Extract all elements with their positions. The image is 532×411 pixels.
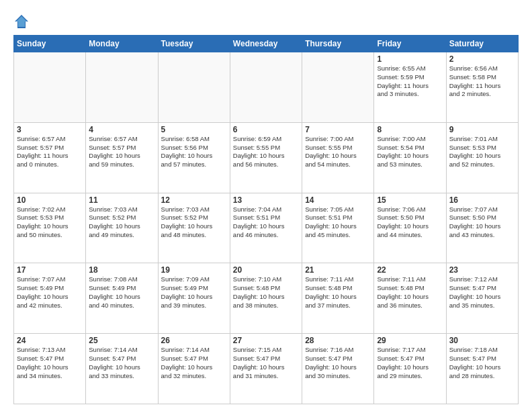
calendar-cell: 7Sunrise: 7:00 AMSunset: 5:55 PMDaylight… <box>302 122 374 193</box>
day-number: 5 <box>161 125 227 134</box>
day-number: 13 <box>233 195 299 205</box>
calendar-cell: 3Sunrise: 6:57 AMSunset: 5:57 PMDaylight… <box>14 122 86 193</box>
page: SundayMondayTuesdayWednesdayThursdayFrid… <box>0 0 532 411</box>
day-header: Friday <box>374 36 446 52</box>
day-header: Monday <box>86 36 158 52</box>
day-number: 3 <box>17 125 83 134</box>
logo <box>13 13 31 30</box>
week-row: 10Sunrise: 7:02 AMSunset: 5:53 PMDayligh… <box>14 193 519 263</box>
cell-info: Sunrise: 7:07 AMSunset: 5:49 PMDaylight:… <box>17 275 83 310</box>
day-number: 7 <box>305 125 371 134</box>
calendar: SundayMondayTuesdayWednesdayThursdayFrid… <box>13 35 519 404</box>
calendar-cell: 4Sunrise: 6:57 AMSunset: 5:57 PMDaylight… <box>86 122 158 193</box>
cell-info: Sunrise: 7:06 AMSunset: 5:50 PMDaylight:… <box>377 205 443 240</box>
week-row: 17Sunrise: 7:07 AMSunset: 5:49 PMDayligh… <box>14 263 519 334</box>
header-row: SundayMondayTuesdayWednesdayThursdayFrid… <box>14 36 519 52</box>
cell-info: Sunrise: 7:05 AMSunset: 5:51 PMDaylight:… <box>305 205 371 240</box>
cell-info: Sunrise: 7:00 AMSunset: 5:54 PMDaylight:… <box>377 135 443 169</box>
calendar-cell: 13Sunrise: 7:04 AMSunset: 5:51 PMDayligh… <box>230 193 302 263</box>
calendar-cell: 27Sunrise: 7:15 AMSunset: 5:47 PMDayligh… <box>230 334 302 404</box>
calendar-cell: 20Sunrise: 7:10 AMSunset: 5:48 PMDayligh… <box>230 263 302 334</box>
day-number: 12 <box>161 195 227 205</box>
day-number: 22 <box>377 265 443 275</box>
calendar-cell: 9Sunrise: 7:01 AMSunset: 5:53 PMDaylight… <box>446 122 518 193</box>
day-number: 29 <box>377 336 443 345</box>
week-row: 1Sunrise: 6:55 AMSunset: 5:59 PMDaylight… <box>14 52 519 123</box>
calendar-cell <box>158 52 230 123</box>
cell-info: Sunrise: 6:57 AMSunset: 5:57 PMDaylight:… <box>89 135 154 169</box>
calendar-cell: 16Sunrise: 7:07 AMSunset: 5:50 PMDayligh… <box>446 193 518 263</box>
cell-info: Sunrise: 6:56 AMSunset: 5:58 PMDaylight:… <box>449 64 515 99</box>
cell-info: Sunrise: 7:16 AMSunset: 5:47 PMDaylight:… <box>305 346 371 380</box>
calendar-cell: 19Sunrise: 7:09 AMSunset: 5:49 PMDayligh… <box>158 263 230 334</box>
day-number: 26 <box>161 336 227 345</box>
cell-info: Sunrise: 7:09 AMSunset: 5:49 PMDaylight:… <box>161 275 227 310</box>
calendar-cell: 15Sunrise: 7:06 AMSunset: 5:50 PMDayligh… <box>374 193 446 263</box>
day-number: 16 <box>449 195 515 205</box>
cell-info: Sunrise: 6:55 AMSunset: 5:59 PMDaylight:… <box>377 64 443 99</box>
cell-info: Sunrise: 7:10 AMSunset: 5:48 PMDaylight:… <box>233 275 299 310</box>
cell-info: Sunrise: 6:59 AMSunset: 5:55 PMDaylight:… <box>233 135 299 169</box>
day-number: 4 <box>89 125 154 134</box>
day-number: 14 <box>305 195 371 205</box>
day-number: 23 <box>449 265 515 275</box>
day-header: Thursday <box>302 36 374 52</box>
cell-info: Sunrise: 7:13 AMSunset: 5:47 PMDaylight:… <box>17 346 83 380</box>
day-number: 25 <box>89 336 154 345</box>
cell-info: Sunrise: 7:08 AMSunset: 5:49 PMDaylight:… <box>89 275 154 310</box>
day-number: 15 <box>377 195 443 205</box>
calendar-cell: 28Sunrise: 7:16 AMSunset: 5:47 PMDayligh… <box>302 334 374 404</box>
day-number: 27 <box>233 336 299 345</box>
calendar-cell: 29Sunrise: 7:17 AMSunset: 5:47 PMDayligh… <box>374 334 446 404</box>
calendar-cell: 2Sunrise: 6:56 AMSunset: 5:58 PMDaylight… <box>446 52 518 123</box>
calendar-cell: 18Sunrise: 7:08 AMSunset: 5:49 PMDayligh… <box>86 263 158 334</box>
calendar-cell: 5Sunrise: 6:58 AMSunset: 5:56 PMDaylight… <box>158 122 230 193</box>
calendar-cell: 24Sunrise: 7:13 AMSunset: 5:47 PMDayligh… <box>14 334 86 404</box>
calendar-cell: 6Sunrise: 6:59 AMSunset: 5:55 PMDaylight… <box>230 122 302 193</box>
day-number: 2 <box>449 54 515 64</box>
day-number: 6 <box>233 125 299 134</box>
cell-info: Sunrise: 6:57 AMSunset: 5:57 PMDaylight:… <box>17 135 83 169</box>
calendar-cell: 30Sunrise: 7:18 AMSunset: 5:47 PMDayligh… <box>446 334 518 404</box>
day-number: 8 <box>377 125 443 134</box>
calendar-cell: 8Sunrise: 7:00 AMSunset: 5:54 PMDaylight… <box>374 122 446 193</box>
cell-info: Sunrise: 7:11 AMSunset: 5:48 PMDaylight:… <box>305 275 371 310</box>
day-number: 28 <box>305 336 371 345</box>
cell-info: Sunrise: 7:02 AMSunset: 5:53 PMDaylight:… <box>17 205 83 240</box>
calendar-cell <box>302 52 374 123</box>
calendar-cell: 22Sunrise: 7:11 AMSunset: 5:48 PMDayligh… <box>374 263 446 334</box>
calendar-cell: 12Sunrise: 7:03 AMSunset: 5:52 PMDayligh… <box>158 193 230 263</box>
day-number: 10 <box>17 195 83 205</box>
cell-info: Sunrise: 7:14 AMSunset: 5:47 PMDaylight:… <box>89 346 154 380</box>
day-number: 21 <box>305 265 371 275</box>
day-number: 17 <box>17 265 83 275</box>
calendar-cell: 1Sunrise: 6:55 AMSunset: 5:59 PMDaylight… <box>374 52 446 123</box>
calendar-cell: 25Sunrise: 7:14 AMSunset: 5:47 PMDayligh… <box>86 334 158 404</box>
calendar-cell: 17Sunrise: 7:07 AMSunset: 5:49 PMDayligh… <box>14 263 86 334</box>
cell-info: Sunrise: 7:07 AMSunset: 5:50 PMDaylight:… <box>449 205 515 240</box>
day-header: Saturday <box>446 36 518 52</box>
calendar-cell: 14Sunrise: 7:05 AMSunset: 5:51 PMDayligh… <box>302 193 374 263</box>
day-number: 24 <box>17 336 83 345</box>
week-row: 24Sunrise: 7:13 AMSunset: 5:47 PMDayligh… <box>14 334 519 404</box>
cell-info: Sunrise: 7:18 AMSunset: 5:47 PMDaylight:… <box>449 346 515 380</box>
day-number: 9 <box>449 125 515 134</box>
calendar-cell: 11Sunrise: 7:03 AMSunset: 5:52 PMDayligh… <box>86 193 158 263</box>
cell-info: Sunrise: 7:17 AMSunset: 5:47 PMDaylight:… <box>377 346 443 380</box>
cell-info: Sunrise: 6:58 AMSunset: 5:56 PMDaylight:… <box>161 135 227 169</box>
day-number: 19 <box>161 265 227 275</box>
week-row: 3Sunrise: 6:57 AMSunset: 5:57 PMDaylight… <box>14 122 519 193</box>
cell-info: Sunrise: 7:01 AMSunset: 5:53 PMDaylight:… <box>449 135 515 169</box>
calendar-cell: 21Sunrise: 7:11 AMSunset: 5:48 PMDayligh… <box>302 263 374 334</box>
calendar-cell <box>14 52 86 123</box>
logo-icon <box>13 13 30 30</box>
cell-info: Sunrise: 7:14 AMSunset: 5:47 PMDaylight:… <box>161 346 227 380</box>
cell-info: Sunrise: 7:03 AMSunset: 5:52 PMDaylight:… <box>89 205 154 240</box>
header <box>13 11 519 30</box>
day-header: Tuesday <box>158 36 230 52</box>
cell-info: Sunrise: 7:03 AMSunset: 5:52 PMDaylight:… <box>161 205 227 240</box>
day-header: Wednesday <box>230 36 302 52</box>
day-number: 18 <box>89 265 154 275</box>
cell-info: Sunrise: 7:04 AMSunset: 5:51 PMDaylight:… <box>233 205 299 240</box>
calendar-cell <box>86 52 158 123</box>
